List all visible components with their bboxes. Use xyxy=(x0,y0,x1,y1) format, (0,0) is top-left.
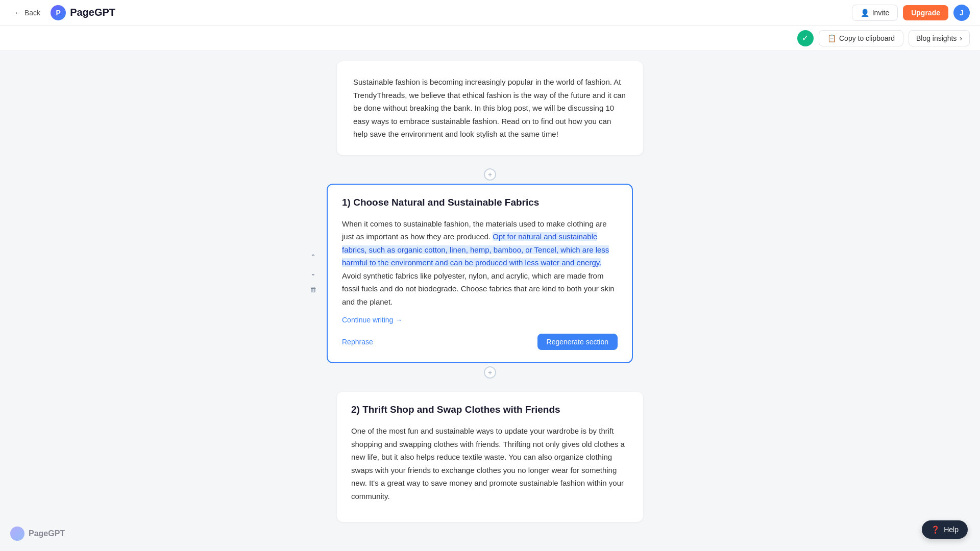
section-1-card: 1) Choose Natural and Sustainable Fabric… xyxy=(327,184,633,364)
avatar-initial: J xyxy=(960,9,964,17)
add-section-button-2[interactable]: + xyxy=(484,366,496,379)
section-1-body: When it comes to sustainable fashion, th… xyxy=(342,217,618,309)
section-1-body-after: Avoid synthetic fabrics like polyester, … xyxy=(342,271,615,306)
continue-writing-label: Continue writing → xyxy=(342,316,402,324)
rephrase-label: Rephrase xyxy=(342,338,373,346)
person-icon: 👤 xyxy=(861,9,869,17)
header-left: ← Back P PageGPT xyxy=(10,5,115,20)
clipboard-icon: 📋 xyxy=(827,34,836,42)
intro-text: Sustainable fashion is becoming increasi… xyxy=(353,76,627,141)
status-icon: ✓ xyxy=(797,30,814,46)
continue-writing-link[interactable]: Continue writing → xyxy=(342,316,402,324)
logo-area: P PageGPT xyxy=(51,5,115,20)
copy-to-clipboard-button[interactable]: 📋 Copy to clipboard xyxy=(819,30,903,46)
invite-label: Invite xyxy=(872,9,889,17)
bottom-logo-icon xyxy=(10,527,24,541)
clipboard-label: Copy to clipboard xyxy=(839,34,895,42)
section-2-body: One of the most fun and sustainable ways… xyxy=(351,424,629,503)
sub-header: ✓ 📋 Copy to clipboard Blog insights › xyxy=(0,26,980,51)
main-content: Sustainable fashion is becoming increasi… xyxy=(0,51,980,551)
section-1-heading: 1) Choose Natural and Sustainable Fabric… xyxy=(342,197,618,208)
help-label: Help xyxy=(944,525,959,534)
divider-2: + xyxy=(337,363,643,382)
help-button[interactable]: ❓ Help xyxy=(922,520,968,539)
plus-icon-1: + xyxy=(488,170,492,179)
add-section-button-1[interactable]: + xyxy=(484,168,496,181)
avatar: J xyxy=(953,5,970,21)
back-button[interactable]: ← Back xyxy=(10,7,44,19)
side-controls: ⌃ ⌄ 🗑 xyxy=(306,251,320,296)
regenerate-label: Regenerate section xyxy=(547,338,608,346)
back-arrow-icon: ← xyxy=(14,9,21,17)
main-header: ← Back P PageGPT 👤 Invite Upgrade J xyxy=(0,0,980,26)
help-icon: ❓ xyxy=(931,525,940,534)
plus-icon-2: + xyxy=(488,368,492,377)
logo-initial: P xyxy=(56,9,60,17)
invite-button[interactable]: 👤 Invite xyxy=(852,5,898,21)
blog-insights-label: Blog insights xyxy=(916,34,957,42)
bottom-logo-text: PageGPT xyxy=(29,529,65,538)
section-2-heading: 2) Thrift Shop and Swap Clothes with Fri… xyxy=(351,404,629,415)
check-icon: ✓ xyxy=(802,33,808,43)
move-down-button[interactable]: ⌄ xyxy=(306,267,320,280)
header-right: 👤 Invite Upgrade J xyxy=(852,5,970,21)
rephrase-button[interactable]: Rephrase xyxy=(342,338,373,346)
blog-insights-button[interactable]: Blog insights › xyxy=(909,30,970,46)
bottom-logo: PageGPT xyxy=(10,527,65,541)
regenerate-section-button[interactable]: Regenerate section xyxy=(537,334,618,350)
divider-1: + xyxy=(337,165,643,184)
chevron-right-icon: › xyxy=(960,34,962,42)
logo-icon: P xyxy=(51,5,66,20)
delete-section-button[interactable]: 🗑 xyxy=(306,283,320,296)
move-up-button[interactable]: ⌃ xyxy=(306,251,320,264)
section-2-card: 2) Thrift Shop and Swap Clothes with Fri… xyxy=(337,392,643,522)
back-label: Back xyxy=(24,9,40,17)
logo-text: PageGPT xyxy=(70,7,115,18)
upgrade-button[interactable]: Upgrade xyxy=(903,5,948,20)
upgrade-label: Upgrade xyxy=(911,9,940,17)
content-wrapper: Sustainable fashion is becoming increasi… xyxy=(245,61,735,522)
section-1-container: ⌃ ⌄ 🗑 1) Choose Natural and Sustainable … xyxy=(327,184,653,364)
section-1-footer: Rephrase Regenerate section xyxy=(342,334,618,350)
intro-section: Sustainable fashion is becoming increasi… xyxy=(337,61,643,155)
